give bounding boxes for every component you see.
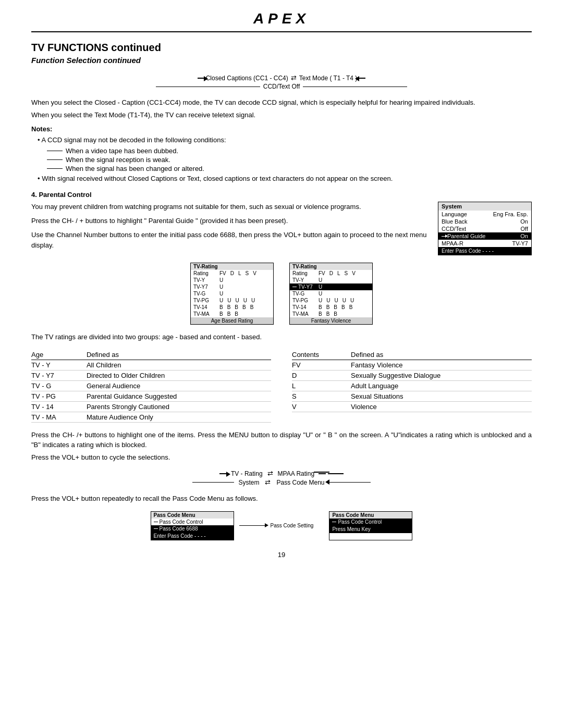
nav-top: TV - Rating ⇄ MPAA Rating — [219, 470, 344, 477]
rt1-row-tv14: TV-14 BBBBB — [191, 304, 273, 311]
rt2-footer: Fantasy Violence — [290, 317, 372, 324]
nav-label-tv-rating: TV - Rating — [231, 470, 263, 477]
content-row-v: VViolence — [292, 401, 532, 412]
parental-title: 4. Parental Control — [31, 191, 532, 199]
nav-back-arrowhead — [325, 479, 329, 485]
nav-bottom-hline-left — [192, 482, 234, 483]
rt2-row-tvy: TV-Y U — [290, 277, 372, 283]
ccd-off-label: CCD/Text Off — [263, 83, 300, 90]
age-row-tvg: TV - GGeneral Audience — [31, 380, 271, 391]
pc-middle-arrow — [239, 525, 265, 526]
nav-arrowhead-right — [226, 472, 230, 477]
sys-parental-label-wrap: Parental Guide — [442, 233, 485, 239]
pc-press-bar: Press Menu Key — [329, 525, 412, 533]
pc-middle-label: Pass Code Setting — [271, 523, 314, 528]
pc-middle-arrow-group: Pass Code Setting — [239, 523, 314, 528]
nav-bottom-swap-icon: ⇄ — [265, 478, 271, 486]
rt1-row-tvy: TV-Y U — [191, 277, 273, 283]
rt1-col-headers: FV D L S V — [219, 270, 256, 276]
ccd-arrow-right — [198, 78, 205, 79]
rt2-row-tvpg: TV-PG UUUUU — [290, 297, 372, 304]
content-col-code: Contents — [292, 350, 351, 360]
parental-para-2: Press the CH- / + buttons to highlight "… — [31, 216, 427, 227]
notes-bullet-2: With signal received without Closed Capt… — [38, 174, 532, 184]
ccd-label1: Closed Captions (CC1 - CC4) — [206, 75, 288, 82]
notes-list: A CCD signal may not be decoded in the f… — [31, 135, 532, 145]
ccd-hline-right — [303, 87, 407, 87]
nav-diagram: TV - Rating ⇄ MPAA Rating System ⇄ Pass … — [31, 470, 532, 486]
pc-arrow-control — [154, 522, 158, 522]
parental-para-3: Use the Channel Number buttons to enter … — [31, 230, 427, 252]
pc-arrow-code — [154, 528, 158, 529]
apex-logo: APEX — [31, 10, 532, 32]
age-ac-table: Age Defined as TV - YAll Children TV - Y… — [31, 350, 271, 423]
ccd-arrow-left — [358, 78, 365, 79]
rt2-row-tvg: TV-G U — [290, 290, 372, 297]
nav-arrow-end — [319, 473, 326, 474]
sys-val-language: Eng Fra. Esp. — [493, 211, 528, 217]
age-content-section: Age Defined as TV - YAll Children TV - Y… — [31, 350, 532, 423]
rt2-header: Rating FV D L S V — [290, 270, 372, 277]
age-row-tvy7: TV - Y7Directed to Older Children — [31, 370, 271, 380]
age-row-tvy: TV - YAll Children — [31, 360, 271, 370]
pc-label-code: Pass Code 6688 — [160, 526, 198, 532]
page-title: TV FUNCTIONS continued — [31, 42, 532, 54]
dash-item-2: When the signal reception is weak. — [47, 156, 532, 164]
age-table: Age Defined as TV - YAll Children TV - Y… — [31, 350, 271, 423]
enter-code-bar: Enter Pass Code - - - - — [438, 247, 531, 255]
pc-left-row-control: Pass Code Control — [151, 519, 234, 525]
parental-para-1: You may prevent children from watching p… — [31, 202, 427, 213]
pc-left-title: Pass Code Menu — [151, 512, 234, 519]
dash-line-3 — [47, 168, 63, 169]
rt2-col-headers: FV D L S V — [319, 270, 356, 276]
rating-table-1: TV-Rating Rating FV D L S V TV-Y U TV-Y7… — [190, 263, 274, 325]
page-number: 19 — [31, 551, 532, 559]
section-title: Function Selection continued — [31, 56, 532, 65]
nav-bottom: System ⇄ Pass Code Menu — [192, 478, 370, 486]
pc-label-control: Pass Code Control — [160, 519, 203, 525]
parental-content: You may prevent children from watching p… — [31, 202, 532, 255]
system-menu-box: System Language Eng Fra. Esp. Blue Back … — [438, 202, 532, 255]
rt1-header: Rating FV D L S V — [191, 270, 273, 277]
rt2-title: TV-Rating — [290, 263, 372, 270]
dash-line-1 — [47, 151, 63, 151]
ccd-swap-icon: ⇄ — [291, 74, 297, 82]
passcode-para: Press the VOL+ button repeatedly to reca… — [31, 493, 532, 504]
content-row-l: LAdult Language — [292, 380, 532, 391]
press-para-2: Press the VOL+ button to cycle the selec… — [31, 452, 532, 463]
ccd-label2: Text Mode ( T1 - T4 ) — [299, 75, 358, 82]
passcode-box-right: Pass Code Menu Pass Code Control Press M… — [329, 511, 412, 540]
parental-text: You may prevent children from watching p… — [31, 202, 427, 251]
dash-text-1: When a video tape has been dubbed. — [66, 147, 178, 155]
sys-label-parental: Parental Guide — [447, 233, 485, 239]
notes-list-2: With signal received without Closed Capt… — [31, 174, 532, 184]
content-row-d: DSexually Suggestive Dialogue — [292, 370, 532, 380]
content-row-fv: FVFantasy Violence — [292, 360, 532, 370]
age-col-code: Age — [31, 350, 87, 360]
sys-label-mpaa: MPAA-R — [442, 240, 463, 246]
content-ac-table: Contents Defined as FVFantasy Violence D… — [292, 350, 532, 412]
rt2-selected-arrow — [292, 287, 297, 287]
pc-left-row-code: Pass Code 6688 — [151, 525, 234, 532]
sys-row-ccdtext: CCD/Text Off — [438, 225, 531, 232]
sys-val-blueback: On — [520, 218, 528, 225]
notes-bullet-1: A CCD signal may not be decoded in the f… — [38, 135, 532, 145]
sys-row-blueback: Blue Back On — [438, 218, 531, 225]
age-row-tv14: TV - 14Parents Strongly Cautioned — [31, 401, 271, 412]
sys-row-language: Language Eng Fra. Esp. — [438, 211, 531, 218]
rt1-row-tvg: TV-G U — [191, 290, 273, 297]
sys-val-ccdtext: Off — [521, 226, 528, 232]
passcode-diagrams: Pass Code Menu Pass Code Control Pass Co… — [31, 511, 532, 540]
nav-arrow-start — [219, 473, 227, 474]
notes-section: Notes: A CCD signal may not be decoded i… — [31, 125, 532, 183]
content-row-s: SSexual Situations — [292, 391, 532, 401]
age-col-def: Defined as — [87, 350, 271, 360]
rt2-col-rating: Rating — [292, 270, 319, 276]
parental-guide-arrow — [442, 236, 446, 237]
dash-item-3: When the signal has been changed or alte… — [47, 165, 532, 172]
dash-line-2 — [47, 159, 63, 160]
rt1-row-tvy7: TV-Y7 U — [191, 283, 273, 290]
rating-note: The TV ratings are divided into two grou… — [31, 332, 532, 342]
body-para-1: When you select the Closed - Caption (CC… — [31, 97, 532, 108]
rt1-col-rating: Rating — [193, 270, 219, 276]
